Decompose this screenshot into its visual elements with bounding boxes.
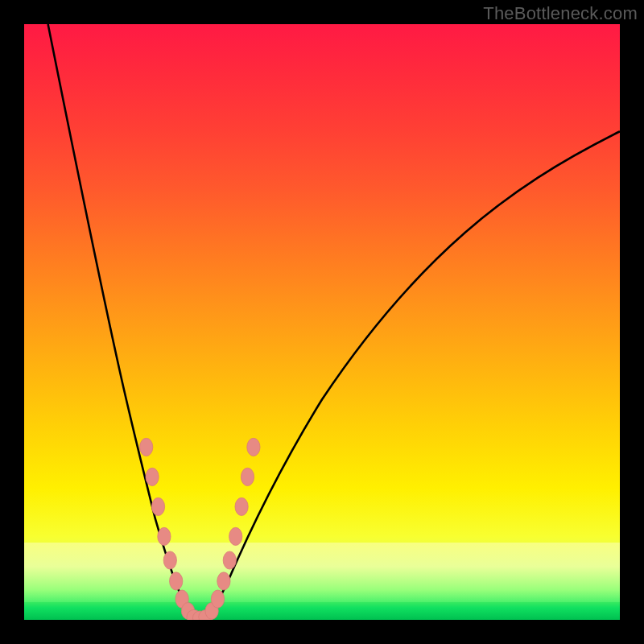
svg-point-2	[151, 497, 164, 515]
svg-point-17	[241, 468, 254, 485]
svg-point-16	[235, 497, 248, 515]
svg-point-0	[140, 438, 153, 456]
plot-area	[24, 24, 620, 620]
svg-point-18	[247, 438, 260, 456]
curve-right	[203, 131, 620, 620]
chart-frame: TheBottleneck.com	[0, 0, 644, 644]
curve-svg	[24, 24, 620, 620]
curve-left	[48, 24, 203, 620]
svg-point-1	[146, 468, 159, 485]
svg-point-4	[163, 551, 176, 569]
svg-point-3	[158, 527, 171, 545]
watermark-text: TheBottleneck.com	[483, 3, 638, 24]
svg-point-15	[229, 527, 242, 545]
svg-point-5	[170, 572, 183, 590]
svg-point-12	[211, 590, 224, 608]
svg-point-13	[217, 572, 230, 590]
svg-point-14	[223, 551, 236, 569]
